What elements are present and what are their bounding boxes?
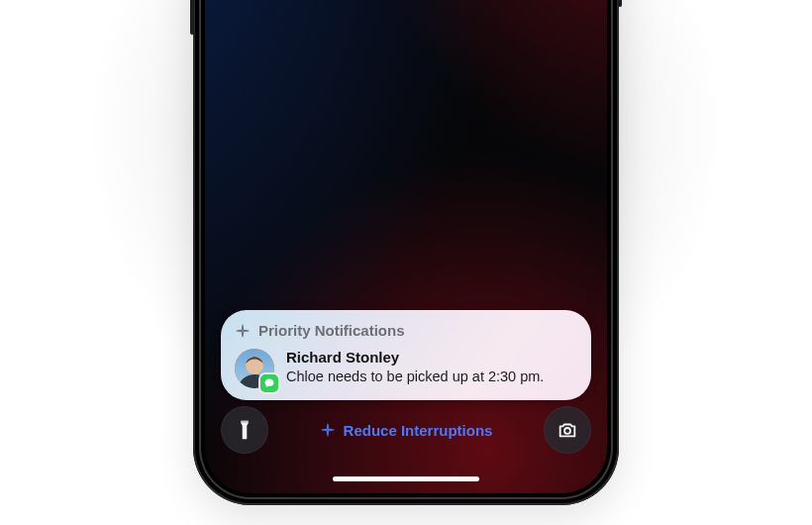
svg-point-7: [564, 428, 570, 434]
lock-screen: Priority Notifications: [205, 0, 607, 493]
notification-message: Chloe needs to be picked up at 2:30 pm.: [286, 368, 577, 385]
card-header-label: Priority Notifications: [258, 322, 405, 339]
focus-mode-label: Reduce Interruptions: [344, 422, 493, 439]
svg-point-4: [246, 357, 263, 374]
svg-point-0: [242, 330, 244, 332]
lock-screen-dock: Reduce Interruptions: [221, 406, 591, 454]
card-header: Priority Notifications: [235, 322, 577, 339]
camera-icon: [557, 419, 578, 441]
flashlight-icon: [234, 419, 255, 441]
home-indicator[interactable]: [333, 476, 479, 481]
sender-avatar: [235, 349, 274, 388]
side-power-button: [618, 0, 622, 7]
phone-frame: Priority Notifications: [193, 0, 619, 505]
flashlight-button[interactable]: [221, 406, 268, 454]
notification-text: Richard Stonley Chloe needs to be picked…: [286, 349, 577, 385]
camera-button[interactable]: [544, 406, 591, 454]
messages-app-badge-icon: [260, 374, 278, 392]
focus-mode-pill[interactable]: Reduce Interruptions: [320, 422, 493, 439]
svg-rect-5: [241, 421, 248, 423]
svg-point-6: [327, 429, 329, 431]
phone-bezel: Priority Notifications: [199, 0, 613, 499]
notification-sender: Richard Stonley: [286, 349, 577, 368]
notification-item[interactable]: Richard Stonley Chloe needs to be picked…: [235, 349, 577, 388]
volume-down-button: [190, 0, 194, 35]
priority-notifications-card[interactable]: Priority Notifications: [221, 310, 591, 400]
focus-icon: [320, 422, 336, 438]
priority-icon: [235, 323, 251, 339]
